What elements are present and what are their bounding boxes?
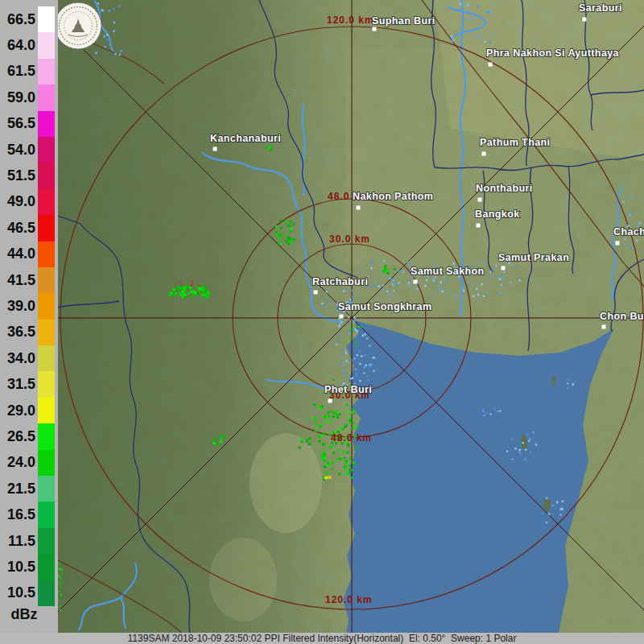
dbz-scale-row: 49.0: [0, 189, 58, 215]
city-label: Saraburi: [579, 2, 622, 14]
city-marker: [328, 399, 332, 403]
dbz-scale-value: 61.5: [0, 59, 38, 85]
dbz-scale-value: 34.0: [0, 345, 38, 371]
dbz-scale-value: 11.5: [0, 528, 38, 554]
dbz-scale-value: 16.5: [0, 502, 38, 527]
dbz-scale-row: 66.5: [0, 6, 58, 32]
dbz-scale-row: 64.0: [0, 32, 58, 58]
dbz-scale-rows: 66.564.061.559.056.554.051.549.046.544.0…: [0, 6, 58, 606]
dbz-scale-swatch: [38, 554, 55, 580]
ring-distance-label: 48.0 km: [331, 432, 372, 444]
ring-distance-label: 120.0 km: [325, 594, 373, 605]
dbz-scale-value: 31.5: [0, 371, 38, 397]
dbz-scale-row: 59.0: [0, 85, 58, 110]
dbz-scale-row: 11.5: [0, 528, 58, 554]
dbz-scale-value: 64.0: [0, 32, 38, 58]
dbz-scale-swatch: [38, 476, 55, 502]
city-label: Chon Buri: [600, 311, 644, 322]
dbz-scale-row: 51.5: [0, 163, 58, 188]
dbz-color-scale: 66.564.061.559.056.554.051.549.046.544.0…: [0, 0, 58, 633]
dbz-scale-swatch: [38, 85, 55, 110]
city-label: Bangkok: [475, 208, 520, 220]
dbz-scale-swatch: [38, 502, 55, 527]
dbz-scale-row: 61.5: [0, 59, 58, 85]
city-label: Samut Prakan: [498, 252, 569, 263]
dbz-scale-value: 54.0: [0, 137, 38, 163]
dbz-scale-swatch: [38, 371, 55, 397]
agency-seal-logo: [58, 2, 101, 49]
dbz-scale-swatch: [38, 580, 55, 606]
city-marker: [213, 147, 217, 151]
dbz-scale-swatch: [38, 242, 55, 267]
status-bar: 1139SAM 2018-10-09 23:50:02 PPI Filtered…: [0, 633, 644, 644]
city-marker: [616, 242, 620, 246]
city-label: Nonthaburi: [476, 183, 533, 194]
dbz-scale-row: 16.5: [0, 502, 58, 527]
city-marker: [357, 206, 361, 210]
dbz-scale-swatch: [38, 528, 55, 554]
city-marker: [602, 325, 606, 329]
city-marker: [477, 224, 481, 228]
dbz-scale-row: 24.0: [0, 450, 58, 476]
dbz-scale-value: 51.5: [0, 163, 38, 188]
dbz-scale-value: 44.0: [0, 242, 38, 267]
dbz-scale-swatch: [38, 345, 55, 371]
dbz-scale-swatch: [38, 215, 55, 241]
dbz-scale-row: 39.0: [0, 293, 58, 319]
city-label: Ratchaburi: [312, 276, 368, 287]
city-marker: [314, 291, 318, 295]
dbz-scale-value: 10.5: [0, 580, 38, 606]
status-text: 1139SAM 2018-10-09 23:50:02 PPI Filtered…: [128, 633, 517, 644]
city-label: Chachoengsao: [613, 226, 644, 237]
city-label: Suphan Buri: [372, 15, 436, 27]
dbz-scale-swatch: [38, 189, 55, 215]
city-label: Nakhon Pathom: [353, 191, 433, 202]
city-marker: [478, 198, 482, 202]
dbz-scale-swatch: [38, 320, 55, 345]
radar-app-window: 66.564.061.559.056.554.051.549.046.544.0…: [0, 0, 644, 644]
dbz-scale-swatch: [38, 293, 55, 319]
dbz-scale-value: 24.0: [0, 450, 38, 476]
dbz-scale-value: 49.0: [0, 189, 38, 215]
dbz-scale-value: 10.5: [0, 554, 38, 580]
dbz-scale-swatch: [38, 6, 55, 32]
dbz-scale-swatch: [38, 32, 55, 58]
dbz-scale-value: 29.0: [0, 398, 38, 423]
dbz-scale-swatch: [38, 398, 55, 423]
dbz-scale-swatch: [38, 267, 55, 293]
ring-distance-label: 120.0 km: [327, 14, 374, 26]
city-marker: [482, 152, 486, 156]
dbz-scale-row: 21.5: [0, 476, 58, 502]
dbz-scale-swatch: [38, 163, 55, 188]
dbz-scale-row: 10.5: [0, 580, 58, 606]
dbz-scale-row: 29.0: [0, 398, 58, 423]
dbz-scale-row: 46.5: [0, 215, 58, 241]
city-marker: [583, 18, 587, 22]
city-marker: [414, 280, 418, 284]
dbz-scale-value: 39.0: [0, 293, 38, 319]
dbz-scale-swatch: [38, 111, 55, 137]
dbz-scale-swatch: [38, 423, 55, 449]
city-marker: [502, 266, 506, 270]
dbz-scale-swatch: [38, 137, 55, 163]
dbz-scale-value: 56.5: [0, 111, 38, 137]
radar-map-display[interactable]: 120.0 km48.0 km30.0 km30.0 km48.0 km120.…: [58, 0, 644, 633]
dbz-scale-row: 26.5: [0, 423, 58, 449]
dbz-unit-label: dBz: [0, 606, 48, 623]
dbz-scale-value: 66.5: [0, 6, 38, 32]
city-label: Samut Songkhram: [338, 301, 431, 312]
city-label: Phra Nakhon Si Ayutthaya: [486, 47, 620, 59]
dbz-scale-row: 56.5: [0, 111, 58, 137]
dbz-scale-row: 41.5: [0, 267, 58, 293]
dbz-scale-row: 34.0: [0, 345, 58, 371]
dbz-scale-swatch: [38, 450, 55, 476]
dbz-scale-value: 36.5: [0, 320, 38, 345]
dbz-scale-row: 54.0: [0, 137, 58, 163]
city-marker: [489, 63, 493, 67]
dbz-scale-value: 59.0: [0, 85, 38, 110]
dbz-scale-row: 44.0: [0, 242, 58, 267]
dbz-scale-row: 36.5: [0, 320, 58, 345]
city-marker: [373, 27, 377, 31]
dbz-scale-value: 41.5: [0, 267, 38, 293]
dbz-scale-value: 26.5: [0, 423, 38, 449]
